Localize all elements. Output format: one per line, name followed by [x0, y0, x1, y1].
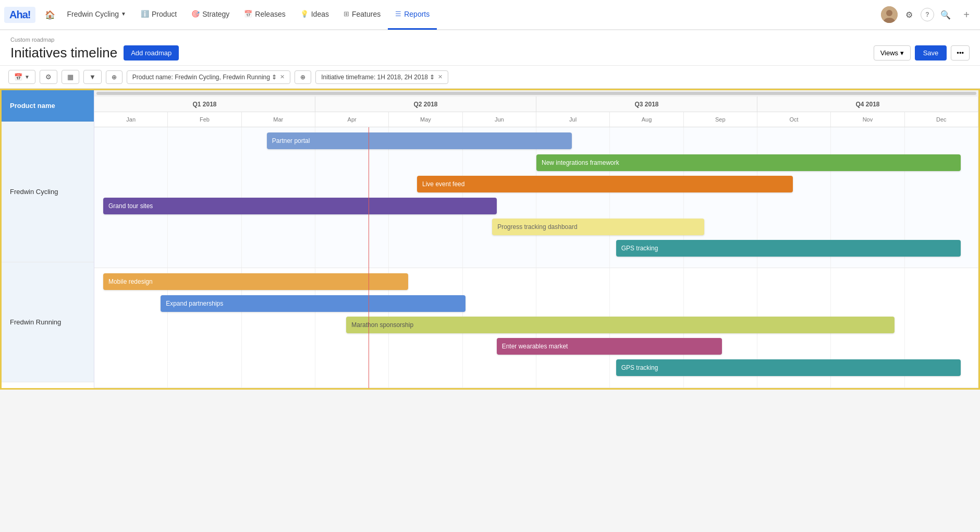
- svg-point-1: [886, 10, 892, 16]
- nav-item-ideas[interactable]: 💡 Ideas: [293, 0, 336, 30]
- quarter-q2: Q2 2018: [315, 96, 536, 112]
- gantt-column-header-label: Product name: [10, 102, 55, 110]
- breadcrumb: Custom roadmap: [10, 37, 970, 43]
- product-filter-remove-icon[interactable]: ✕: [280, 74, 285, 80]
- gantt-bar-expand-partnerships[interactable]: Expand partnerships: [161, 295, 466, 312]
- add-nav-button[interactable]: +: [957, 5, 976, 24]
- calendar-dropdown-icon: ▼: [24, 74, 30, 80]
- nav-item-features[interactable]: ⊞ Features: [336, 0, 388, 30]
- month-aug: Aug: [610, 112, 683, 127]
- month-feb: Feb: [168, 112, 241, 127]
- gantt-body: Partner portalNew integrations framework…: [94, 127, 978, 388]
- gantt-right-area: Q1 2018 Q2 2018 Q3 2018 Q4 2018 JanFebMa…: [94, 90, 978, 388]
- month-jan: Jan: [94, 112, 168, 127]
- gantt-chart: Product name Fredwin Cycling Fredwin Run…: [0, 89, 980, 390]
- month-oct: Oct: [757, 112, 831, 127]
- grid-toolbar-icon: ▦: [67, 73, 74, 81]
- nav-item-product[interactable]: ℹ️ Product: [133, 0, 184, 30]
- nav-item-releases[interactable]: 📅 Releases: [237, 0, 292, 30]
- nav-label-ideas: Ideas: [311, 10, 329, 18]
- nav-item-fredwin[interactable]: Fredwin Cycling ▼: [59, 0, 133, 30]
- timeframe-add-icon-symbol: ⊕: [300, 74, 305, 81]
- nav-label-features: Features: [352, 10, 381, 18]
- gantt-left-column: Product name Fredwin Cycling Fredwin Run…: [2, 90, 94, 388]
- timeframe-add-icon[interactable]: ⊕: [295, 70, 311, 84]
- views-button[interactable]: Views ▾: [874, 45, 911, 61]
- more-options-button[interactable]: •••: [951, 45, 970, 61]
- gantt-bar-gps-tracking-running[interactable]: GPS tracking: [616, 359, 961, 376]
- page-title: Initiatives timeline: [10, 45, 117, 61]
- home-nav-button[interactable]: 🏠: [41, 5, 59, 24]
- strategy-icon: 🎯: [191, 10, 200, 18]
- settings-toolbar-button[interactable]: ⚙: [40, 70, 57, 84]
- nav-label-releases: Releases: [255, 10, 285, 18]
- month-apr: Apr: [315, 112, 389, 127]
- add-filter-button[interactable]: ⊕: [106, 70, 123, 84]
- grid-toolbar-button[interactable]: ▦: [62, 70, 79, 84]
- views-label: Views ▾: [880, 49, 904, 57]
- timeframe-filter[interactable]: Initiative timeframe: 1H 2018, 2H 2018 ⇕…: [315, 70, 448, 84]
- month-sep: Sep: [684, 112, 757, 127]
- lightbulb-icon: 💡: [300, 10, 309, 18]
- timeframe-filter-remove-icon[interactable]: ✕: [438, 74, 443, 80]
- search-nav-button[interactable]: 🔍: [936, 5, 955, 24]
- logo[interactable]: Aha!: [4, 7, 35, 23]
- gantt-bar-marathon-sponsorship[interactable]: Marathon sponsorship: [346, 317, 895, 333]
- chevron-down-icon: ▼: [121, 11, 126, 17]
- scroll-thumb: [96, 92, 976, 95]
- gantt-row-cycling: Partner portalNew integrations framework…: [94, 127, 978, 268]
- gantt-row-running: Mobile redesignExpand partnershipsMarath…: [94, 268, 978, 388]
- nav-item-reports[interactable]: ☰ Reports: [388, 0, 437, 30]
- gantt-row-label-cycling: Fredwin Cycling: [2, 122, 94, 262]
- timeframe-filter-label: Initiative timeframe: 1H 2018, 2H 2018 ⇕: [321, 74, 435, 81]
- gantt-bar-live-event-feed[interactable]: Live event feed: [417, 176, 793, 192]
- add-filter-icon: ⊕: [112, 74, 117, 81]
- calendar-toolbar-icon: 📅: [14, 73, 22, 81]
- save-button[interactable]: Save: [915, 45, 947, 61]
- title-row: Initiatives timeline Add roadmap Views ▾…: [10, 45, 970, 61]
- gantt-bar-partner-portal[interactable]: Partner portal: [267, 132, 572, 149]
- settings-nav-button[interactable]: ⚙: [900, 5, 918, 24]
- gantt-bar-new-integrations[interactable]: New integrations framework: [536, 154, 961, 171]
- month-nov: Nov: [831, 112, 904, 127]
- filter-icon: ▼: [89, 73, 96, 81]
- quarter-row: Q1 2018 Q2 2018 Q3 2018 Q4 2018: [94, 96, 978, 112]
- month-dec: Dec: [905, 112, 978, 127]
- nav-right-icons: ⚙ ? 🔍 +: [881, 5, 976, 24]
- page-header: Custom roadmap Initiatives timeline Add …: [0, 30, 980, 66]
- filter-toolbar-button[interactable]: ▼: [83, 70, 102, 84]
- gantt-bar-mobile-redesign[interactable]: Mobile redesign: [103, 273, 408, 290]
- settings-toolbar-icon: ⚙: [45, 73, 52, 81]
- nav-label-product: Product: [152, 10, 177, 18]
- header-right: Views ▾ Save •••: [874, 45, 970, 61]
- month-mar: Mar: [242, 112, 315, 127]
- gantt-bar-enter-wearables[interactable]: Enter wearables market: [497, 338, 722, 355]
- cycling-label: Fredwin Cycling: [10, 188, 58, 196]
- product-filter[interactable]: Product name: Fredwin Cycling, Fredwin R…: [127, 70, 290, 84]
- grid-icon: ⊞: [344, 10, 349, 18]
- nav-label-fredwin: Fredwin Cycling: [67, 10, 119, 18]
- reports-icon: ☰: [395, 10, 401, 18]
- help-nav-button[interactable]: ?: [921, 8, 934, 21]
- avatar[interactable]: [881, 6, 898, 23]
- calendar-icon: 📅: [244, 10, 252, 18]
- gantt-bar-grand-tour-sites[interactable]: Grand tour sites: [103, 198, 497, 214]
- running-label: Fredwin Running: [10, 318, 61, 326]
- gantt-bar-progress-tracking[interactable]: Progress tracking dashboard: [492, 219, 704, 235]
- nav-item-strategy[interactable]: 🎯 Strategy: [184, 0, 237, 30]
- quarter-q3: Q3 2018: [536, 96, 757, 112]
- month-row: JanFebMarAprMayJunJulAugSepOctNovDec: [94, 112, 978, 127]
- gantt-bar-gps-tracking-cycling[interactable]: GPS tracking: [616, 240, 961, 257]
- calendar-view-button[interactable]: 📅 ▼: [8, 70, 35, 84]
- product-filter-label: Product name: Fredwin Cycling, Fredwin R…: [132, 74, 277, 81]
- quarter-q1: Q1 2018: [94, 96, 315, 112]
- gantt-row-label-running: Fredwin Running: [2, 262, 94, 382]
- toolbar: 📅 ▼ ⚙ ▦ ▼ ⊕ Product name: Fredwin Cyclin…: [0, 66, 980, 89]
- nav-label-strategy: Strategy: [202, 10, 229, 18]
- month-may: May: [389, 112, 462, 127]
- info-icon: ℹ️: [141, 10, 149, 18]
- add-roadmap-button[interactable]: Add roadmap: [124, 45, 179, 61]
- scroll-track-top[interactable]: [94, 90, 978, 96]
- month-jul: Jul: [536, 112, 610, 127]
- top-navigation: Aha! 🏠 Fredwin Cycling ▼ ℹ️ Product 🎯 St…: [0, 0, 980, 30]
